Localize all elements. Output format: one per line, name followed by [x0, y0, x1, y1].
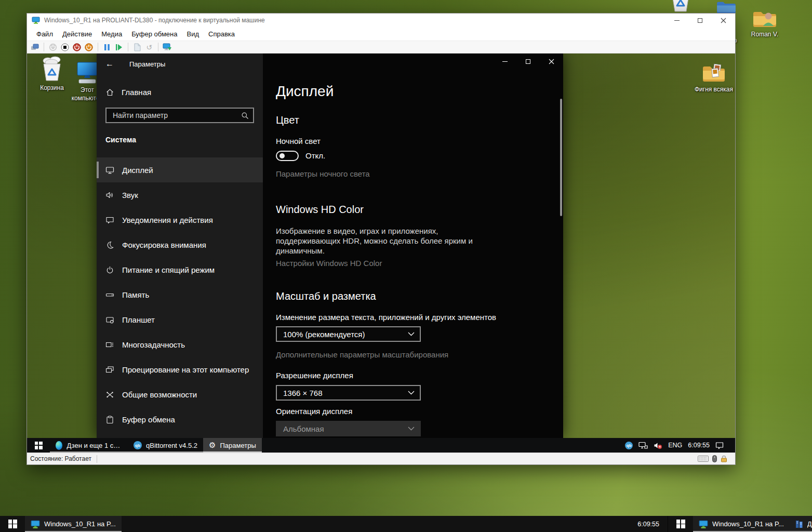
vm-taskbar-app-settings[interactable]: ⚙ Параметры: [203, 438, 262, 453]
vmconnect-titlebar[interactable]: Windows_10_R1 на PROLIANT-DL380 - подклю…: [27, 14, 735, 27]
host-taskbar2-hyperv-manager-button[interactable]: Диспетчер: [790, 516, 812, 532]
revert-checkpoint-icon[interactable]: ↺: [144, 43, 154, 52]
edge-icon: [56, 441, 62, 450]
network-icon[interactable]: [638, 442, 648, 449]
vmconnect-caption-buttons: [665, 14, 735, 27]
moon-icon: [105, 241, 114, 249]
vm-taskbar-app-edge[interactable]: Дзен и еще 1 страни...: [50, 438, 128, 453]
vm-system-tray: qb ENG 6:09:55: [625, 438, 735, 453]
back-arrow-icon[interactable]: ←: [105, 59, 116, 69]
sound-icon: [105, 191, 114, 200]
resolution-label: Разрешение дисплея: [276, 371, 563, 380]
search-icon[interactable]: [241, 112, 249, 119]
host-taskbar2-vmconnect-button[interactable]: Windows_10_R1 на P...: [693, 516, 790, 532]
vm-desktop-icon-recycle[interactable]: Корзина: [32, 56, 72, 92]
lock-icon: [721, 455, 727, 462]
display-icon: [105, 166, 114, 175]
taskbar-app-label: qBittorrent v4.5.2: [146, 442, 197, 449]
vm-clock[interactable]: 6:09:55: [688, 442, 710, 449]
enhanced-session-icon[interactable]: [163, 43, 172, 52]
night-light-toggle[interactable]: [276, 151, 299, 161]
this-pc-icon: [75, 58, 99, 85]
tablet-icon: [105, 315, 114, 324]
sidebar-item-shared-experiences[interactable]: Общие возможности: [97, 382, 263, 407]
host-desktop-icon-user-folder[interactable]: Roman V.: [745, 2, 784, 39]
menu-clipboard[interactable]: Буфер обмена: [127, 28, 182, 40]
minimize-icon[interactable]: [665, 14, 688, 27]
settings-titlebar[interactable]: ← Параметры: [97, 54, 563, 74]
sidebar-item-label: Дисплей: [122, 166, 153, 175]
host-start-button[interactable]: [0, 516, 25, 532]
advanced-scaling-link[interactable]: Дополнительные параметры масштабирования: [276, 350, 563, 360]
menu-help[interactable]: Справка: [204, 28, 239, 40]
shut-down-vm-icon[interactable]: [72, 43, 82, 52]
sidebar-item-label: Уведомления и действия: [122, 216, 213, 224]
settings-content: Дисплей Цвет Ночной свет Откл. Параметры…: [263, 54, 563, 438]
maximize-icon[interactable]: [688, 14, 712, 27]
pause-vm-icon[interactable]: [102, 43, 112, 52]
save-vm-icon[interactable]: [84, 43, 94, 52]
menu-action[interactable]: Действие: [58, 28, 97, 40]
sidebar-item-display[interactable]: Дисплей: [97, 157, 263, 182]
vm-taskbar-app-qbittorrent[interactable]: qb qBittorrent v4.5.2: [128, 438, 203, 453]
host-taskbar-vmconnect-button[interactable]: Windows_10_R1 на P...: [25, 516, 122, 532]
menu-file[interactable]: Файл: [32, 28, 58, 40]
taskbar-app-label: Дзен и еще 1 страни...: [66, 442, 122, 449]
host-start-button-2[interactable]: [668, 516, 693, 532]
page-title: Дисплей: [276, 83, 563, 100]
resume-vm-icon[interactable]: [114, 43, 124, 52]
night-light-state: Откл.: [305, 151, 325, 161]
taskbar-app-label: Windows_10_R1 на P...: [44, 520, 116, 528]
menu-view[interactable]: Вид: [182, 28, 204, 40]
vm-desktop-icon-stuff-folder[interactable]: Фигня всякая: [694, 57, 734, 94]
resolution-dropdown[interactable]: 1366 × 768: [276, 385, 421, 401]
volume-muted-icon[interactable]: [654, 442, 662, 449]
sidebar-item-notifications[interactable]: Уведомления и действия: [97, 207, 263, 232]
host-desktop: Roman V. р Windows_10_R1 на PROLIANT-DL3…: [0, 0, 812, 532]
statusbar-separator: [97, 455, 97, 463]
recycle-bin-icon: [40, 56, 64, 83]
sidebar-item-home[interactable]: Главная: [97, 84, 263, 100]
sidebar-item-multitasking[interactable]: Многозадачность: [97, 332, 263, 357]
search-input[interactable]: [112, 111, 241, 120]
night-light-settings-link[interactable]: Параметры ночного света: [276, 169, 563, 179]
settings-scrollbar-thumb[interactable]: [560, 99, 562, 216]
close-icon[interactable]: [712, 14, 735, 27]
sidebar-item-storage[interactable]: Память: [97, 282, 263, 307]
sidebar-item-clipboard[interactable]: Буфер обмена: [97, 407, 263, 432]
projecting-icon: [105, 365, 114, 374]
sidebar-item-focus-assist[interactable]: Фокусировка внимания: [97, 232, 263, 257]
language-indicator[interactable]: ENG: [668, 442, 682, 449]
vm-taskbar: Дзен и еще 1 страни... qb qBittorrent v4…: [27, 438, 735, 453]
pictures-folder-icon: [701, 57, 726, 84]
host-desktop-icon-partial-recycle[interactable]: [661, 0, 700, 14]
menu-media[interactable]: Медиа: [97, 28, 127, 40]
sidebar-item-tablet[interactable]: Планшет: [97, 307, 263, 332]
hd-color-settings-link[interactable]: Настройки Windows HD Color: [276, 259, 563, 268]
scale-dropdown-value: 100% (рекомендуется): [283, 330, 365, 339]
settings-search-box: [105, 108, 254, 123]
qbittorrent-icon: qb: [134, 441, 142, 449]
windows-logo-icon: [35, 442, 43, 449]
vm-start-button[interactable]: [27, 438, 50, 453]
settings-window-title: Параметры: [129, 60, 165, 68]
keyboard-capture-icon: [698, 456, 709, 462]
checkpoint-icon[interactable]: [132, 43, 142, 52]
sidebar-item-projecting[interactable]: Проецирование на этот компьютер: [97, 357, 263, 382]
sidebar-item-label: Планшет: [122, 315, 155, 324]
host-clock[interactable]: 6:09:55: [637, 521, 659, 528]
turn-off-vm-icon[interactable]: [60, 43, 70, 52]
vmconnect-toolbar: ↺: [27, 41, 735, 54]
qbittorrent-tray-icon[interactable]: qb: [625, 442, 633, 449]
ctrl-alt-del-icon[interactable]: [30, 43, 39, 52]
start-vm-icon[interactable]: [48, 43, 58, 52]
action-center-icon[interactable]: [715, 442, 724, 449]
sidebar-item-power-sleep[interactable]: Питание и спящий режим: [97, 257, 263, 282]
sidebar-item-sound[interactable]: Звук: [97, 182, 263, 207]
vmconnect-window-title: Windows_10_R1 на PROLIANT-DL380 - подклю…: [44, 17, 665, 24]
clipboard-icon: [105, 415, 114, 424]
hyperv-manager-icon: [795, 520, 803, 528]
windows-logo-icon: [8, 520, 17, 528]
taskbar-app-label: Диспетчер: [807, 520, 812, 528]
scale-dropdown[interactable]: 100% (рекомендуется): [276, 326, 421, 342]
